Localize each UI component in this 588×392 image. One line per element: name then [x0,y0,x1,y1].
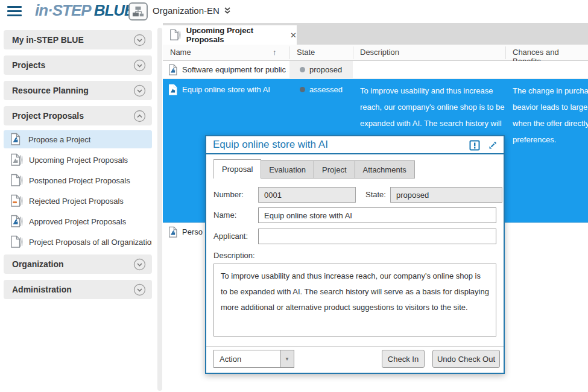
state-label: State: [365,190,386,199]
chevron-down-circle-icon [133,84,146,97]
undo-check-out-button[interactable]: Undo Check Out [432,350,500,368]
document-arrow-icon [168,64,179,76]
nav-item-label: Propose a Project [28,135,90,144]
section-label: Project Proposals [12,111,133,121]
details-exclamation-icon[interactable] [469,140,480,151]
chevron-down-circle-icon [133,258,146,271]
nav-item-label: Project Proposals of all Organizational … [29,238,152,247]
sidebar-section-projects[interactable]: Projects [4,55,152,75]
action-dropdown-value: Action [213,350,280,368]
sidebar-section-organization[interactable]: Organization [4,254,152,274]
description-field[interactable]: To improve usability and thus increase r… [213,264,496,337]
chevron-down-circle-icon [133,34,146,46]
dialog-tab-attachments[interactable]: Attachments [355,160,415,179]
description-label: Description: [213,251,255,260]
dialog-tab-evaluation[interactable]: Evaluation [261,160,314,179]
app-window: in·STEPBLUE Organization-EN My in-STEP B… [0,0,588,392]
number-field[interactable] [258,187,356,203]
top-header: in·STEPBLUE Organization-EN [0,0,588,23]
section-label: Projects [12,60,133,70]
double-chevron-down-icon [224,7,231,15]
dropdown-arrow-icon: ▼ [280,350,294,368]
tab-close-icon[interactable]: ✕ [290,31,297,40]
sidebar-item-upcoming-proposals[interactable]: Upcoming Project Proposals [4,151,152,169]
document-arrow-icon [168,84,179,96]
documents-stack-icon [10,174,24,187]
check-in-button[interactable]: Check In [382,350,425,368]
sidebar-item-postponed-proposals[interactable]: Postponed Project Proposals [4,171,152,189]
document-arrow-icon [168,226,179,238]
number-label: Number: [213,190,244,199]
proposal-dialog: Equip online store with AI Proposal Eval… [205,135,505,374]
sidebar-section-resource-planning[interactable]: Resource Planning [4,81,152,100]
nav-item-label: Approved Project Proposals [29,217,126,226]
dialog-titlebar: Equip online store with AI [206,136,504,154]
column-header-description[interactable]: Description [360,48,399,57]
nav-item-label: Postponed Project Proposals [29,176,130,185]
cell-name: Equip online store with AI [182,85,270,94]
sidebar-item-propose-a-project[interactable]: Propose a Project [4,130,152,148]
documents-stack-arrow-icon [10,153,24,166]
content-tab-bar: Upcoming Project Proposals ✕ [163,23,588,45]
state-field[interactable] [390,187,502,203]
chevron-up-circle-icon [133,110,146,122]
state-dot-icon [300,67,305,72]
organization-selector[interactable]: Organization-EN [153,5,231,16]
section-label: Organization [12,259,133,269]
sidebar-section-project-proposals[interactable]: Project Proposals [4,106,152,125]
dialog-title: Equip online store with AI [213,139,328,151]
name-field[interactable] [258,207,496,223]
sidebar-section-administration[interactable]: Administration [4,280,152,299]
section-label: Resource Planning [12,86,133,95]
organization-selector-label: Organization-EN [153,5,220,16]
table-header: Name ↑ State Description Chances and Ben… [163,45,588,61]
sidebar-item-rejected-proposals[interactable]: Rejected Project Proposals [4,192,152,210]
documents-stack-dash-icon [10,194,24,207]
sidebar-section-my-instep[interactable]: My in-STEP BLUE [4,30,152,49]
documents-stack-arrow-icon [10,215,24,228]
action-dropdown[interactable]: Action ▼ [213,350,294,368]
sidebar-item-all-org-proposals[interactable]: Project Proposals of all Organizational … [4,233,152,251]
dialog-tab-project[interactable]: Project [314,160,355,179]
cell-state: assessed [309,85,343,94]
documents-stack-icon [169,28,182,42]
column-header-state[interactable]: State [297,48,315,57]
cell-chances: The change in purchasi beavior leads to … [513,83,588,148]
nav-item-label: Rejected Project Proposals [29,197,124,206]
logo-text-instep: in·STEP [35,1,91,19]
state-dot-icon [300,87,305,92]
sort-ascending-icon[interactable]: ↑ [273,48,277,57]
nav-item-label: Upcoming Project Proposals [29,156,128,165]
table-row-software-equipment[interactable]: Software equipment for public a proposed [163,61,588,79]
cell-name: Perso [182,227,203,236]
sidebar-scrollbar[interactable] [157,28,162,391]
section-label: My in-STEP BLUE [12,35,133,45]
dialog-tab-strip: Proposal Evaluation Project Attachments [213,159,415,179]
chevron-down-circle-icon [133,59,146,72]
expand-dialog-icon[interactable] [487,140,498,151]
app-logo: in·STEPBLUE [35,1,134,20]
document-arrow-icon [10,133,23,146]
dialog-footer-divider [206,346,504,347]
section-label: Administration [12,285,133,294]
applicant-label: Applicant: [213,232,248,241]
tab-upcoming-project-proposals[interactable]: Upcoming Project Proposals ✕ [163,25,297,45]
organization-chart-icon[interactable] [128,2,148,21]
applicant-field[interactable] [258,229,496,244]
cell-name: Software equipment for public a [182,65,288,74]
chevron-down-circle-icon [133,283,146,296]
tab-label: Upcoming Project Proposals [186,26,283,44]
hamburger-menu-icon[interactable] [7,6,22,17]
name-label: Name: [213,210,236,220]
sidebar-nav: My in-STEP BLUE Projects Resource Planni… [0,23,156,392]
documents-stack-icon [10,235,24,248]
sidebar-item-approved-proposals[interactable]: Approved Project Proposals [4,212,152,230]
column-header-name[interactable]: Name [170,48,191,57]
dialog-tab-proposal[interactable]: Proposal [213,159,261,179]
cell-state: proposed [309,65,342,74]
